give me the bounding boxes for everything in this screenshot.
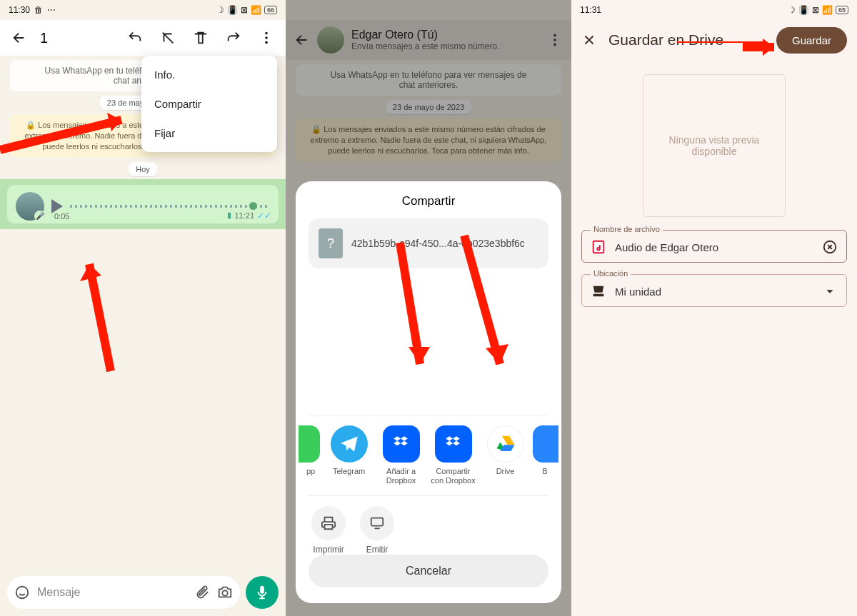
date-chip-today: Hoy [129,162,157,176]
audio-file-icon [591,239,606,255]
filename-value: Audio de Edgar Otero [615,241,813,253]
action-print[interactable]: Imprimir [311,506,346,555]
reply-button[interactable] [123,26,147,50]
share-app-dropbox-share[interactable]: Compartir con Dropbox [428,425,478,485]
trash-icon: 🗑 [34,5,43,15]
battery: 66 [264,6,277,14]
share-app-partial-right[interactable]: B [533,425,557,485]
share-app-dropbox-add[interactable]: Añadir a Dropbox [376,425,426,485]
back-button[interactable] [7,26,31,50]
message-placeholder: Mensaje [37,586,80,599]
drive-header: Guardar en Drive Guardar [571,20,857,60]
dnd-icon: ☽ [216,5,224,15]
attach-icon[interactable] [194,585,210,600]
vibrate-icon: 📳 [798,5,809,15]
close-icon[interactable] [581,32,597,48]
play-icon[interactable] [51,199,63,213]
overflow-button[interactable] [254,26,279,50]
my-drive-icon [591,283,606,299]
panel-share-sheet: Edgar Otero (Tú) Envía mensajes a este m… [286,0,571,616]
dropdown-icon [822,283,838,299]
cast-icon [360,506,394,540]
no-sim-icon: ⊠ [241,5,248,15]
dropbox-icon [383,425,420,463]
action-cast[interactable]: Emitir [360,506,394,555]
location-field[interactable]: Ubicación Mi unidad [581,274,847,307]
sheet-title: Compartir [299,194,558,208]
wifi-icon: 📶 [822,5,833,15]
filename-field[interactable]: Nombre de archivo Audio de Edgar Otero [581,230,847,263]
message-input-bar: Mensaje [7,576,279,609]
status-bar: 11:30 🗑 ⋯ ☽ 📳 ⊠ 📶 66 [0,0,286,20]
svg-point-4 [222,590,227,595]
mic-icon: 🎤 [34,211,46,222]
status-bar: 11:31 ☽ 📳 ⊠ 📶 65 [571,0,857,20]
share-app-drive[interactable]: Drive [481,425,530,485]
delete-button[interactable] [189,26,213,50]
file-name: 42b1b59b-e94f-450...4a-0b023e3bbf6c [351,238,525,249]
cancel-button[interactable]: Cancelar [309,555,548,587]
filename-label: Nombre de archivo [591,225,663,233]
no-sim-icon: ⊠ [812,5,819,15]
dnd-icon: ☽ [788,5,796,15]
more-icon: ⋯ [47,5,56,15]
message-input[interactable]: Mensaje [7,576,240,609]
selection-count: 1 [40,30,114,46]
panel-whatsapp-selection: 11:30 🗑 ⋯ ☽ 📳 ⊠ 📶 66 1 Usa WhatsApp en t… [0,0,286,616]
clock: 11:30 [9,5,30,15]
emoji-icon[interactable] [14,585,30,600]
share-app-telegram[interactable]: Telegram [324,425,374,485]
no-preview: Ninguna vista previa disponible [643,74,786,217]
drive-icon [487,425,524,463]
menu-share[interactable]: Compartir [141,89,277,118]
voice-duration: 0:05 [54,212,69,221]
menu-info[interactable]: Info. [141,60,277,89]
share-targets: pp Telegram Añadir a Dropbox Compartir c… [299,425,558,485]
camera-icon[interactable] [217,585,233,600]
voice-timestamp: ▮11:21✓✓ [227,211,271,221]
telegram-icon [331,425,368,463]
battery: 65 [836,6,848,14]
file-preview-row[interactable]: ? 42b1b59b-e94f-450...4a-0b023e3bbf6c [309,218,548,268]
avatar: 🎤 [16,192,44,221]
location-value: Mi unidad [615,286,813,298]
dropbox-icon [435,425,472,463]
share-sheet: Compartir ? 42b1b59b-e94f-450...4a-0b023… [296,181,561,603]
panel-drive-save: 11:31 ☽ 📳 ⊠ 📶 65 Guardar en Drive Guarda… [571,0,857,616]
vibrate-icon: 📳 [227,5,238,15]
share-actions: Imprimir Emitir [299,506,558,555]
read-ticks-icon: ✓✓ [257,211,271,221]
context-menu: Info. Compartir Fijar [141,56,277,152]
svg-point-0 [265,32,268,35]
clear-icon[interactable] [822,239,838,255]
voice-message[interactable]: 🎤 0:05 ▮11:21✓✓ [7,185,279,223]
svg-point-1 [265,36,268,39]
svg-point-2 [265,41,268,44]
save-button[interactable]: Guardar [776,27,847,54]
svg-rect-8 [371,518,384,526]
drive-title: Guardar en Drive [608,31,765,49]
location-label: Ubicación [591,269,631,278]
selection-toolbar: 1 [0,20,286,56]
clock: 11:31 [580,5,601,15]
voice-fab[interactable] [246,576,279,609]
file-icon: ? [319,228,343,258]
wifi-icon: 📶 [251,5,261,15]
print-icon [311,506,346,540]
star-off-button[interactable] [156,26,180,50]
menu-pin[interactable]: Fijar [141,118,277,148]
forward-button[interactable] [221,26,246,50]
svg-point-3 [16,587,29,599]
audio-track[interactable] [70,205,270,208]
annotation-strike [677,41,767,43]
share-app-partial-left[interactable]: pp [300,425,321,485]
